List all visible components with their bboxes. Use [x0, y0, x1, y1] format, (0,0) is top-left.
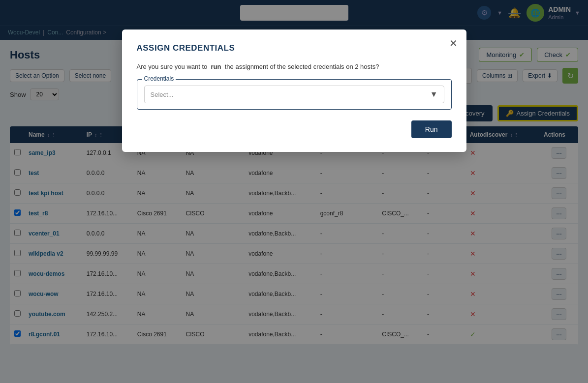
credentials-chevron-icon: ▼ — [430, 90, 438, 99]
modal-close-button[interactable]: ✕ — [449, 37, 458, 49]
run-button[interactable]: Run — [411, 120, 452, 138]
modal-footer: Run — [137, 120, 452, 138]
modal-confirm-text: Are you sure you want to — [137, 63, 208, 70]
credentials-select-dropdown[interactable]: Select... ▼ — [144, 86, 444, 103]
modal-confirm-text2: the assignment of the selected credentia… — [225, 63, 379, 70]
modal-bold-text: run — [211, 63, 221, 70]
credentials-select-placeholder: Select... — [151, 91, 174, 98]
assign-credentials-modal: ✕ ASSIGN CREDENTIALS Are you sure you wa… — [122, 29, 466, 152]
credentials-group-label: Credentials — [142, 75, 176, 82]
modal-overlay: ✕ ASSIGN CREDENTIALS Are you sure you wa… — [0, 0, 588, 353]
modal-body-text: Are you sure you want to run the assignm… — [137, 63, 452, 70]
modal-title: ASSIGN CREDENTIALS — [137, 43, 452, 53]
credentials-group: Credentials Select... ▼ — [137, 79, 452, 110]
